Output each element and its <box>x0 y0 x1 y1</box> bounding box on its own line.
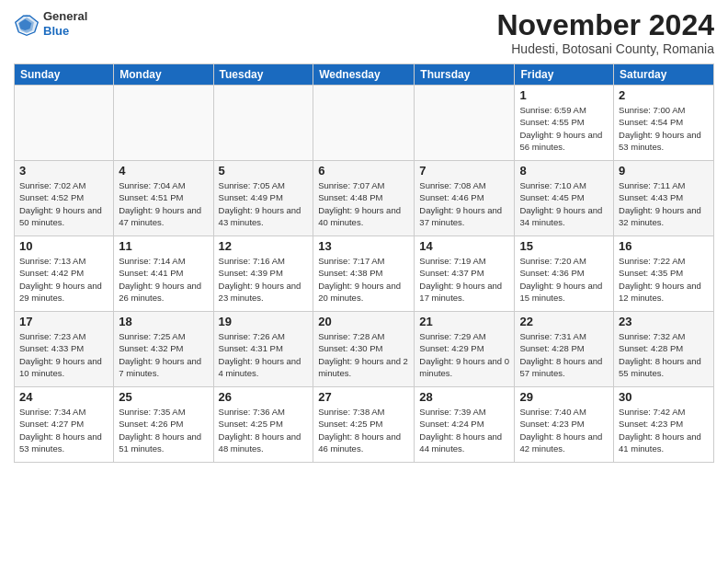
day-info: Sunrise: 7:19 AM Sunset: 4:37 PM Dayligh… <box>419 255 509 304</box>
day-number: 13 <box>318 239 409 253</box>
day-cell-23: 23Sunrise: 7:32 AM Sunset: 4:28 PM Dayli… <box>614 312 714 387</box>
empty-cell <box>415 86 515 161</box>
day-cell-22: 22Sunrise: 7:31 AM Sunset: 4:28 PM Dayli… <box>515 312 614 387</box>
col-saturday: Saturday <box>614 64 714 86</box>
day-info: Sunrise: 7:16 AM Sunset: 4:39 PM Dayligh… <box>219 255 309 304</box>
day-number: 9 <box>619 164 709 178</box>
logo-text: General Blue <box>43 9 87 38</box>
col-tuesday: Tuesday <box>213 64 313 86</box>
empty-cell <box>313 86 415 161</box>
day-info: Sunrise: 7:42 AM Sunset: 4:23 PM Dayligh… <box>619 406 709 454</box>
day-cell-11: 11Sunrise: 7:14 AM Sunset: 4:41 PM Dayli… <box>114 236 213 312</box>
day-cell-15: 15Sunrise: 7:20 AM Sunset: 4:36 PM Dayli… <box>515 236 614 312</box>
day-cell-26: 26Sunrise: 7:36 AM Sunset: 4:25 PM Dayli… <box>213 387 313 463</box>
day-cell-17: 17Sunrise: 7:23 AM Sunset: 4:33 PM Dayli… <box>15 312 114 387</box>
day-cell-14: 14Sunrise: 7:19 AM Sunset: 4:37 PM Dayli… <box>415 236 515 312</box>
day-number: 27 <box>318 390 409 404</box>
calendar-week-5: 24Sunrise: 7:34 AM Sunset: 4:27 PM Dayli… <box>15 387 714 463</box>
day-number: 14 <box>419 239 509 253</box>
day-number: 5 <box>219 164 309 178</box>
day-info: Sunrise: 6:59 AM Sunset: 4:55 PM Dayligh… <box>519 104 609 153</box>
day-info: Sunrise: 7:35 AM Sunset: 4:26 PM Dayligh… <box>119 406 208 454</box>
day-cell-7: 7Sunrise: 7:08 AM Sunset: 4:46 PM Daylig… <box>415 161 515 236</box>
logo-blue: Blue <box>43 24 69 38</box>
day-info: Sunrise: 7:38 AM Sunset: 4:25 PM Dayligh… <box>318 406 409 454</box>
day-number: 12 <box>219 239 309 253</box>
day-info: Sunrise: 7:02 AM Sunset: 4:52 PM Dayligh… <box>19 179 108 228</box>
day-info: Sunrise: 7:23 AM Sunset: 4:33 PM Dayligh… <box>19 330 108 379</box>
day-number: 17 <box>19 315 108 328</box>
calendar-week-3: 10Sunrise: 7:13 AM Sunset: 4:42 PM Dayli… <box>15 236 714 312</box>
calendar-table: Sunday Monday Tuesday Wednesday Thursday… <box>14 63 714 463</box>
col-monday: Monday <box>114 64 213 86</box>
day-number: 19 <box>219 315 309 328</box>
day-number: 16 <box>619 239 709 253</box>
day-info: Sunrise: 7:00 AM Sunset: 4:54 PM Dayligh… <box>619 104 709 153</box>
day-number: 28 <box>419 390 509 404</box>
day-cell-5: 5Sunrise: 7:05 AM Sunset: 4:49 PM Daylig… <box>213 161 313 236</box>
day-cell-9: 9Sunrise: 7:11 AM Sunset: 4:43 PM Daylig… <box>614 161 714 236</box>
location: Hudesti, Botosani County, Romania <box>496 41 714 56</box>
day-number: 22 <box>519 315 609 328</box>
month-title: November 2024 <box>496 9 714 41</box>
day-number: 29 <box>519 390 609 404</box>
day-info: Sunrise: 7:39 AM Sunset: 4:24 PM Dayligh… <box>419 406 509 454</box>
day-cell-10: 10Sunrise: 7:13 AM Sunset: 4:42 PM Dayli… <box>15 236 114 312</box>
day-cell-30: 30Sunrise: 7:42 AM Sunset: 4:23 PM Dayli… <box>614 387 714 463</box>
day-number: 3 <box>19 164 108 178</box>
day-number: 18 <box>119 315 208 328</box>
day-number: 6 <box>318 164 409 178</box>
day-number: 20 <box>318 315 409 328</box>
day-cell-3: 3Sunrise: 7:02 AM Sunset: 4:52 PM Daylig… <box>15 161 114 236</box>
calendar-week-4: 17Sunrise: 7:23 AM Sunset: 4:33 PM Dayli… <box>15 312 714 387</box>
day-cell-25: 25Sunrise: 7:35 AM Sunset: 4:26 PM Dayli… <box>114 387 213 463</box>
day-number: 15 <box>519 239 609 253</box>
logo-general: General <box>43 9 87 23</box>
day-cell-20: 20Sunrise: 7:28 AM Sunset: 4:30 PM Dayli… <box>313 312 415 387</box>
day-number: 25 <box>119 390 208 404</box>
day-number: 21 <box>419 315 509 328</box>
day-cell-13: 13Sunrise: 7:17 AM Sunset: 4:38 PM Dayli… <box>313 236 415 312</box>
day-info: Sunrise: 7:31 AM Sunset: 4:28 PM Dayligh… <box>519 330 609 379</box>
day-info: Sunrise: 7:11 AM Sunset: 4:43 PM Dayligh… <box>619 179 709 228</box>
day-cell-8: 8Sunrise: 7:10 AM Sunset: 4:45 PM Daylig… <box>515 161 614 236</box>
day-info: Sunrise: 7:05 AM Sunset: 4:49 PM Dayligh… <box>219 179 309 228</box>
day-number: 30 <box>619 390 709 404</box>
day-cell-19: 19Sunrise: 7:26 AM Sunset: 4:31 PM Dayli… <box>213 312 313 387</box>
col-thursday: Thursday <box>415 64 515 86</box>
day-number: 23 <box>619 315 709 328</box>
logo-icon <box>14 11 40 37</box>
col-friday: Friday <box>515 64 614 86</box>
day-cell-16: 16Sunrise: 7:22 AM Sunset: 4:35 PM Dayli… <box>614 236 714 312</box>
day-number: 1 <box>519 88 609 102</box>
col-wednesday: Wednesday <box>313 64 415 86</box>
day-cell-21: 21Sunrise: 7:29 AM Sunset: 4:29 PM Dayli… <box>415 312 515 387</box>
day-number: 11 <box>119 239 208 253</box>
day-number: 10 <box>19 239 108 253</box>
day-cell-1: 1Sunrise: 6:59 AM Sunset: 4:55 PM Daylig… <box>515 86 614 161</box>
day-info: Sunrise: 7:29 AM Sunset: 4:29 PM Dayligh… <box>419 330 509 379</box>
day-info: Sunrise: 7:17 AM Sunset: 4:38 PM Dayligh… <box>318 255 409 304</box>
day-cell-6: 6Sunrise: 7:07 AM Sunset: 4:48 PM Daylig… <box>313 161 415 236</box>
day-cell-12: 12Sunrise: 7:16 AM Sunset: 4:39 PM Dayli… <box>213 236 313 312</box>
empty-cell <box>15 86 114 161</box>
day-info: Sunrise: 7:28 AM Sunset: 4:30 PM Dayligh… <box>318 330 409 379</box>
day-number: 2 <box>619 88 709 102</box>
day-info: Sunrise: 7:20 AM Sunset: 4:36 PM Dayligh… <box>519 255 609 304</box>
logo: General Blue <box>14 9 87 38</box>
day-cell-28: 28Sunrise: 7:39 AM Sunset: 4:24 PM Dayli… <box>415 387 515 463</box>
col-sunday: Sunday <box>15 64 114 86</box>
day-info: Sunrise: 7:34 AM Sunset: 4:27 PM Dayligh… <box>19 406 108 454</box>
day-info: Sunrise: 7:32 AM Sunset: 4:28 PM Dayligh… <box>619 330 709 379</box>
calendar-page: General Blue November 2024 Hudesti, Boto… <box>0 0 728 563</box>
day-info: Sunrise: 7:36 AM Sunset: 4:25 PM Dayligh… <box>219 406 309 454</box>
day-cell-18: 18Sunrise: 7:25 AM Sunset: 4:32 PM Dayli… <box>114 312 213 387</box>
day-info: Sunrise: 7:22 AM Sunset: 4:35 PM Dayligh… <box>619 255 709 304</box>
day-cell-29: 29Sunrise: 7:40 AM Sunset: 4:23 PM Dayli… <box>515 387 614 463</box>
day-info: Sunrise: 7:08 AM Sunset: 4:46 PM Dayligh… <box>419 179 509 228</box>
day-info: Sunrise: 7:40 AM Sunset: 4:23 PM Dayligh… <box>519 406 609 454</box>
day-info: Sunrise: 7:25 AM Sunset: 4:32 PM Dayligh… <box>119 330 208 379</box>
page-header: General Blue November 2024 Hudesti, Boto… <box>14 9 714 56</box>
header-row: Sunday Monday Tuesday Wednesday Thursday… <box>15 64 714 86</box>
calendar-week-1: 1Sunrise: 6:59 AM Sunset: 4:55 PM Daylig… <box>15 86 714 161</box>
